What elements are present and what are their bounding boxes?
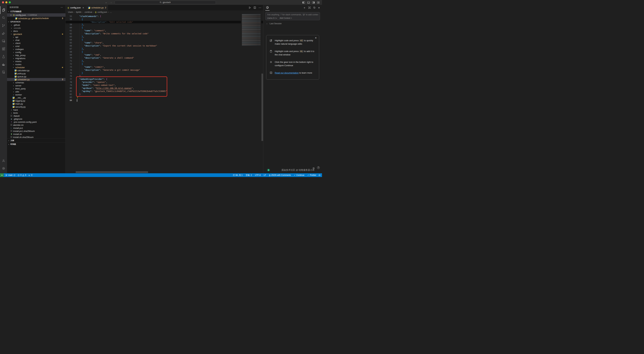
help-icon[interactable]: ? bbox=[317, 166, 320, 169]
code-line-66[interactable]: 66 "description": "Export the current ch… bbox=[66, 44, 263, 47]
tree-item-queue.py[interactable]: queue.py bbox=[7, 75, 66, 78]
code-line-76[interactable]: 76 ], bbox=[66, 75, 263, 78]
indentation[interactable]: 空格: 2 bbox=[244, 173, 253, 177]
tree-item-__init__.py[interactable]: __init__.py bbox=[7, 96, 66, 99]
code-line-72[interactable]: 72 { bbox=[66, 63, 263, 66]
close-panel-icon[interactable]: ✕ bbox=[318, 7, 320, 9]
fullscreen-icon[interactable] bbox=[308, 7, 311, 9]
tree-item-alembic.ini[interactable]: alembic.ini bbox=[7, 123, 66, 127]
code-line-79[interactable]: 79 "model": "nomic-embed-text", bbox=[66, 84, 263, 87]
explorer-icon[interactable] bbox=[0, 6, 7, 14]
tree-item-docs[interactable]: ›docs bbox=[7, 30, 66, 33]
tree-item-chat[interactable]: ›chat bbox=[7, 39, 66, 42]
code-editor[interactable]: 55 "slashCommands": [56 {"description": … bbox=[66, 14, 263, 173]
explorer-more-actions-icon[interactable]: ⋯ bbox=[60, 6, 63, 9]
code-line-55[interactable]: 55 "slashCommands": [ bbox=[66, 15, 263, 18]
code-line-65[interactable]: 65 "name": "share", bbox=[66, 41, 263, 44]
code-line-71[interactable]: 71 }, bbox=[66, 60, 263, 63]
code-line-78[interactable]: 78 "provider": "openai", bbox=[66, 81, 263, 84]
tree-item-.flake8[interactable]: .flake8 bbox=[7, 114, 66, 117]
remote-indicator[interactable]: >< bbox=[0, 173, 4, 177]
tree-item-codegen[interactable]: ›codegen bbox=[7, 48, 66, 51]
problems-item[interactable]: 0 3 bbox=[16, 173, 27, 177]
code-line-75[interactable]: 75 } bbox=[66, 72, 263, 75]
close-tips-icon[interactable]: ✕ bbox=[315, 37, 317, 39]
new-session-icon[interactable]: ＋ bbox=[303, 6, 306, 10]
code-hidden-line[interactable]: "description": "Edit selected code" bbox=[66, 21, 263, 23]
tree-item-utils[interactable]: ›utils bbox=[7, 90, 66, 93]
model-selector[interactable]: Llama 3.1 ▾ bbox=[267, 17, 277, 19]
code-line-56[interactable]: 56 { bbox=[66, 18, 263, 21]
code-line-69[interactable]: 69 "name": "cmd", bbox=[66, 53, 263, 57]
minimize-window-icon[interactable] bbox=[6, 1, 8, 3]
code-line-83[interactable]: 83} bbox=[66, 96, 263, 99]
code-line-73[interactable]: 73 "name": "commit", bbox=[66, 66, 263, 69]
continue-status[interactable]: ✓Continue bbox=[293, 173, 305, 177]
tree-item-api[interactable]: ›api bbox=[7, 36, 66, 39]
zoom-window-icon[interactable] bbox=[9, 1, 11, 3]
tree-item-.pre-commit-config.yaml[interactable]: !.pre-commit-config.yaml bbox=[7, 120, 66, 123]
account-icon[interactable] bbox=[0, 157, 7, 165]
tree-item-third_party[interactable]: ›third_party bbox=[7, 87, 66, 90]
tree-item-scheduler[interactable]: ›scheduler bbox=[7, 66, 66, 69]
tree-item-.vscode[interactable]: ›.vscode bbox=[7, 27, 66, 30]
back-icon[interactable]: ← bbox=[105, 1, 108, 4]
tree-item-config[interactable]: ›config bbox=[7, 51, 66, 54]
tab-scheduler-py[interactable]: scheduler.py 3 bbox=[86, 5, 108, 11]
encoding[interactable]: UTF-8 bbox=[254, 173, 262, 177]
tree-item-install.sh.sha256sum[interactable]: install.sh.sha256sum bbox=[7, 136, 66, 139]
tree-item-http_proxy[interactable]: ›http_proxy bbox=[7, 54, 66, 57]
code-line-64[interactable]: 64 { bbox=[66, 38, 263, 41]
toggle-primary-sidebar-icon[interactable] bbox=[302, 1, 305, 4]
prettier-status[interactable]: ✓Prettier bbox=[306, 173, 317, 177]
tree-item-calculator.py[interactable]: calculator.py bbox=[7, 69, 66, 72]
tree-item-install.ps1[interactable]: >_install.ps1 bbox=[7, 127, 66, 130]
tree-item-server[interactable]: ›server bbox=[7, 84, 66, 87]
run-file-icon[interactable] bbox=[248, 7, 251, 9]
tree-item-cmd[interactable]: ›cmd bbox=[7, 45, 66, 48]
close-editor-icon[interactable]: × bbox=[10, 14, 12, 16]
settings-gear-icon[interactable] bbox=[0, 165, 7, 172]
horizontal-scrollbar[interactable] bbox=[76, 171, 148, 173]
code-line-68[interactable]: 68 { bbox=[66, 50, 263, 53]
code-line-81[interactable]: 81 "apiKey": "gpustack_f58451c1c04d8f14_… bbox=[66, 90, 263, 93]
tree-item-tests[interactable]: ›tests bbox=[7, 111, 66, 114]
open-editor-config.json[interactable]: ×{}config.json~/.continue bbox=[7, 13, 66, 17]
timeline-section[interactable]: › 时间线 bbox=[7, 142, 66, 146]
open-editor-scheduler.py[interactable]: scheduler.pygpustack/scheduler3 bbox=[7, 17, 66, 20]
tree-item-gpustack[interactable]: ›gpustack bbox=[7, 33, 66, 36]
outline-section[interactable]: › 大纲 bbox=[7, 139, 66, 142]
continue-config-gear-icon[interactable] bbox=[312, 167, 315, 170]
code-line-63[interactable]: 63 }, bbox=[66, 35, 263, 38]
docker-icon[interactable] bbox=[0, 61, 7, 68]
code-line-70[interactable]: 70 "description": "Generate a shell comm… bbox=[66, 57, 263, 60]
code-line-61[interactable]: 61 "name": "comment", bbox=[66, 29, 263, 32]
code-line-62[interactable]: 62 "description": "Write comments for th… bbox=[66, 32, 263, 35]
open-editors-header[interactable]: › 打开的编辑器 bbox=[7, 10, 66, 13]
remote-explorer-icon[interactable] bbox=[0, 37, 7, 45]
eol-selector[interactable]: LF bbox=[262, 173, 267, 177]
tree-item-policy.py[interactable]: policy.py bbox=[7, 72, 66, 75]
close-tab-icon[interactable]: × bbox=[82, 7, 84, 9]
tree-item-install.ps1.sha256sum[interactable]: install.ps1.sha256sum bbox=[7, 130, 66, 133]
notifications-bell-icon[interactable] bbox=[318, 174, 321, 176]
code-tools-icon[interactable] bbox=[0, 68, 7, 76]
vertical-scrollbar[interactable] bbox=[262, 74, 263, 141]
last-session-link[interactable]: ← Last Session bbox=[263, 20, 322, 27]
tree-item-install.sh[interactable]: $install.sh bbox=[7, 133, 66, 136]
command-center-search[interactable]: gpustack bbox=[114, 1, 216, 4]
forward-icon[interactable]: → bbox=[110, 1, 112, 4]
chat-input[interactable]: Ask anything, '/' for slash commands, '@… bbox=[265, 12, 320, 20]
tree-item-mixins[interactable]: ›mixins bbox=[7, 60, 66, 63]
tree-item-scheduler.py[interactable]: scheduler.py3 bbox=[7, 78, 66, 81]
extensions-icon[interactable] bbox=[0, 45, 7, 53]
source-control-icon[interactable] bbox=[0, 22, 7, 30]
add-context-button[interactable]: Add Context + bbox=[280, 17, 292, 19]
tree-item-routes[interactable]: ›routes bbox=[7, 63, 66, 66]
tree-item-client[interactable]: ›client bbox=[7, 42, 66, 45]
git-branch-item[interactable]: main bbox=[4, 173, 16, 177]
run-debug-icon[interactable] bbox=[0, 30, 7, 37]
testing-icon[interactable] bbox=[0, 53, 7, 61]
tree-item-hack[interactable]: ›hack bbox=[7, 108, 66, 111]
tree-item-.github[interactable]: ›.github bbox=[7, 24, 66, 27]
